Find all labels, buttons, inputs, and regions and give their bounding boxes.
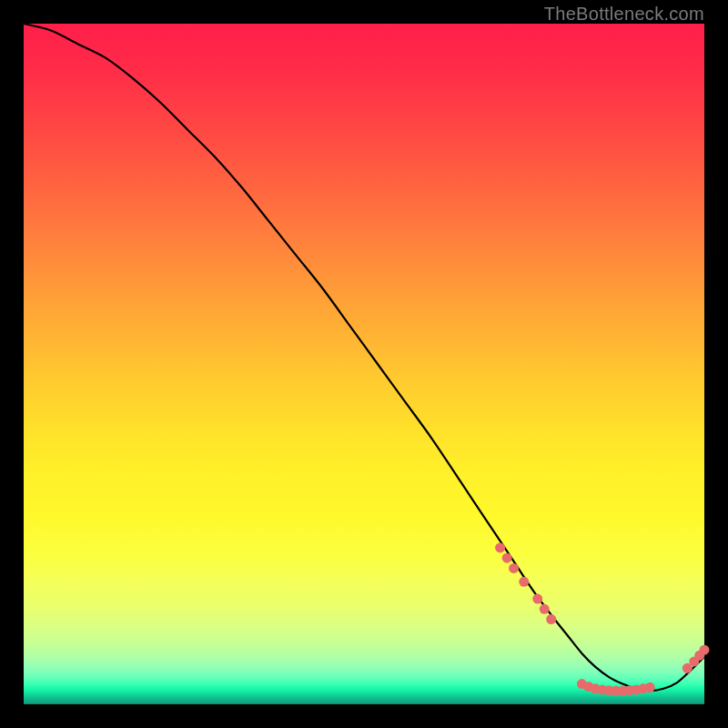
data-marker bbox=[519, 577, 529, 587]
watermark-text: TheBottleneck.com bbox=[544, 4, 704, 25]
plot-area bbox=[24, 24, 704, 704]
data-marker bbox=[700, 645, 710, 655]
data-marker bbox=[540, 604, 550, 614]
data-marker bbox=[645, 682, 655, 693]
data-marker bbox=[509, 563, 519, 573]
chart-stage: TheBottleneck.com bbox=[0, 0, 728, 728]
data-marker bbox=[502, 553, 512, 563]
curve-layer bbox=[24, 24, 704, 704]
bottleneck-curve bbox=[24, 24, 704, 691]
data-marker bbox=[495, 542, 505, 552]
data-marker bbox=[532, 594, 542, 604]
data-marker bbox=[546, 614, 556, 624]
